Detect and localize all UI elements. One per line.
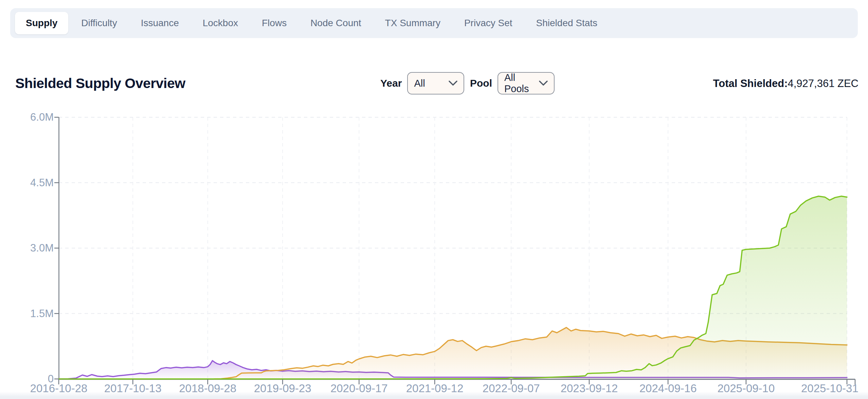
tab-privacy-set[interactable]: Privacy Set [453, 12, 523, 34]
bottom-strip [0, 392, 868, 399]
pool-select[interactable]: All Pools [498, 72, 555, 94]
chevron-down-icon [539, 81, 548, 86]
chevron-down-icon [449, 81, 457, 86]
y-axis-labels: 01.5M3.0M4.5M6.0M [0, 117, 54, 379]
year-select-value: All [414, 78, 425, 89]
tab-supply[interactable]: Supply [15, 12, 68, 34]
pool-select-value: All Pools [504, 72, 539, 94]
total-shielded-value: 4,927,361 ZEC [788, 77, 858, 89]
year-filter-group: Year All [380, 72, 464, 94]
total-shielded-label: Total Shielded: [713, 77, 788, 89]
pool-filter-group: Pool All Pools [470, 72, 555, 94]
tab-tx-summary[interactable]: TX Summary [374, 12, 451, 34]
page-title: Shielded Supply Overview [15, 75, 185, 91]
y-tick-label: 4.5M [30, 177, 54, 189]
tab-flows[interactable]: Flows [251, 12, 297, 34]
tab-bar: SupplyDifficultyIssuanceLockboxFlowsNode… [10, 8, 858, 38]
pool-filter-label: Pool [470, 77, 492, 89]
tab-lockbox[interactable]: Lockbox [192, 12, 249, 34]
tab-shielded-stats[interactable]: Shielded Stats [525, 12, 609, 34]
y-tick-label: 3.0M [30, 242, 54, 254]
year-filter-label: Year [380, 77, 402, 89]
total-shielded: Total Shielded:4,927,361 ZEC [713, 77, 858, 90]
supply-area-chart[interactable] [59, 117, 847, 379]
y-tick-label: 1.5M [30, 308, 54, 320]
year-select[interactable]: All [407, 72, 464, 94]
tab-difficulty[interactable]: Difficulty [70, 12, 128, 34]
y-tick-label: 6.0M [30, 111, 54, 123]
tab-issuance[interactable]: Issuance [130, 12, 190, 34]
tab-node-count[interactable]: Node Count [300, 12, 372, 34]
